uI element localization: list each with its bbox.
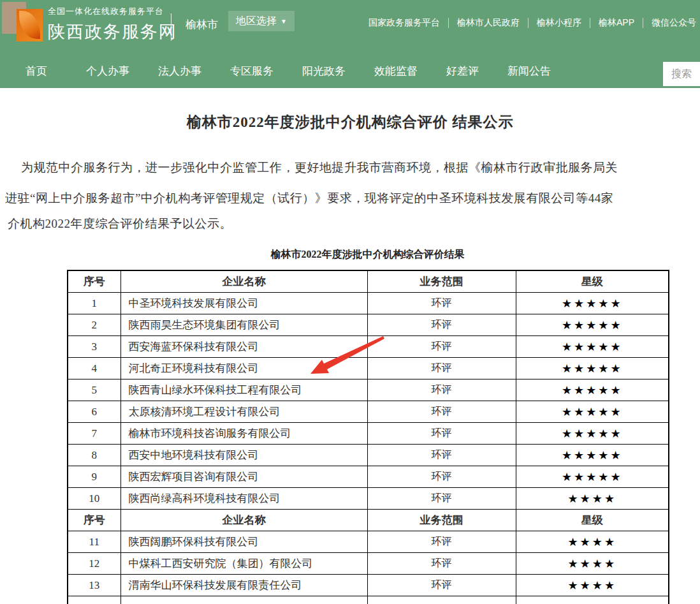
results-table: 序号 企业名称 业务范围 星级 1 中圣环境科技发展有限公司 环评 ★★★★★ … <box>67 270 669 604</box>
star-rating: ★★★★ <box>516 531 669 553</box>
col-header-no: 序号 <box>68 270 120 293</box>
main-nav: 首页 个人办事 法人办事 专区服务 阳光政务 效能监督 好差评 新闻公告 <box>0 54 700 88</box>
row-no: 2 <box>68 314 120 336</box>
table-row: 7 榆林市环境科技咨询服务有限公司 环评 ★★★★★ <box>68 423 669 445</box>
brand-divider <box>171 13 171 41</box>
row-no <box>68 596 120 604</box>
row-no: 6 <box>68 401 120 423</box>
star-rating: ★★★★ <box>516 488 669 510</box>
table-row: 10 陕西尚绿高科环境科技有限公司 环评 ★★★★ <box>68 488 669 510</box>
paragraph-line: 介机构2022年度综合评价结果予以公示。 <box>0 216 700 232</box>
business-scope: 环评 <box>367 575 516 596</box>
star-rating: ★★★★★ <box>516 336 669 358</box>
site-header: 全国一体化在线政务服务平台 陕西政务服务网 榆林市 地区选择▼ 国家政务服务平台… <box>0 0 700 88</box>
region-select-label: 地区选择 <box>236 15 277 26</box>
row-no: 9 <box>68 466 120 488</box>
star-rating: ★★★★★ <box>516 379 669 401</box>
star-rating: ★★★★★ <box>516 293 669 314</box>
link-national-platform[interactable]: 国家政务服务平台 <box>368 17 440 29</box>
header-links: 国家政务服务平台 榆林市人民政府 榆林小程序 榆林APP 微信公众号 注册 <box>368 17 700 29</box>
col-header-stars: 星级 <box>516 510 669 531</box>
link-divider <box>448 18 449 28</box>
site-logo[interactable] <box>2 2 43 41</box>
nav-item-zone-services[interactable]: 专区服务 <box>230 64 273 78</box>
business-scope: 环评 <box>367 358 516 379</box>
business-scope: 环评 <box>367 445 516 466</box>
nav-item-news[interactable]: 新闻公告 <box>507 64 551 78</box>
nav-item-efficiency-supervision[interactable]: 效能监督 <box>374 64 418 78</box>
nav-item-open-government[interactable]: 阳光政务 <box>302 64 346 78</box>
company-name: 西安中地环境科技有限公司 <box>120 445 367 466</box>
row-no: 4 <box>68 358 120 379</box>
business-scope: 环评 <box>367 293 516 314</box>
company-name: 中圣环境科技发展有限公司 <box>120 293 367 314</box>
row-no: 5 <box>68 379 120 401</box>
row-no: 8 <box>68 445 120 466</box>
star-rating: ★★★★★ <box>516 358 669 379</box>
company-name: 渭南华山环保科技发展有限责任公司 <box>120 575 367 596</box>
table-row: 6 太原核清环境工程设计有限公司 环评 ★★★★★ <box>68 401 669 423</box>
table-header-row: 序号 企业名称 业务范围 星级 <box>68 270 669 293</box>
link-wechat-account[interactable]: 微信公众号 <box>652 17 696 29</box>
link-mini-program[interactable]: 榆林小程序 <box>537 17 581 29</box>
nav-item-home[interactable]: 首页 <box>26 64 47 78</box>
table-row: 9 陕西宏辉项目咨询有限公司 环评 ★★★★★ <box>68 466 669 488</box>
caret-down-icon: ▼ <box>281 18 287 25</box>
nav-item-rating[interactable]: 好差评 <box>446 64 479 78</box>
row-no: 12 <box>68 553 120 575</box>
business-scope: 环评 <box>367 531 516 553</box>
table-row <box>68 596 669 604</box>
col-header-company: 企业名称 <box>120 510 367 531</box>
table-row: 3 西安海蓝环保科技有限公司 环评 ★★★★★ <box>68 336 669 358</box>
link-city-government[interactable]: 榆林市人民政府 <box>457 17 520 29</box>
star-rating: ★★★★★ <box>516 314 669 336</box>
business-scope: 环评 <box>367 314 516 336</box>
company-name: 西安海蓝环保科技有限公司 <box>120 336 367 358</box>
brand-text: 全国一体化在线政务服务平台 陕西政务服务网 <box>48 6 177 43</box>
row-no: 1 <box>68 293 120 314</box>
business-scope: 环评 <box>367 553 516 575</box>
star-rating: ★★★★★ <box>516 423 669 445</box>
platform-name: 全国一体化在线政务服务平台 <box>48 6 177 17</box>
company-name: 陕西宏辉项目咨询有限公司 <box>120 466 367 488</box>
star-rating: ★★★★ <box>516 575 669 596</box>
company-name: 陕西阔鹏环保科技有限公司 <box>120 531 367 553</box>
table-row: 2 陕西雨昊生态环境集团有限公司 环评 ★★★★★ <box>68 314 669 336</box>
row-no: 3 <box>68 336 120 358</box>
star-rating: ★★★★★ <box>516 445 669 466</box>
star-rating: ★★★★★ <box>516 466 669 488</box>
page: 全国一体化在线政务服务平台 陕西政务服务网 榆林市 地区选择▼ 国家政务服务平台… <box>0 0 700 604</box>
current-city-label: 榆林市 <box>186 17 218 32</box>
link-divider <box>528 18 529 28</box>
announcement-article: 榆林市2022年度涉批中介机构综合评价 结果公示 为规范中介服务行为，进一步强化… <box>0 112 700 604</box>
link-app[interactable]: 榆林APP <box>599 17 634 29</box>
row-no: 10 <box>68 488 120 510</box>
nav-item-personal[interactable]: 个人办事 <box>86 64 129 78</box>
business-scope <box>367 596 516 604</box>
link-divider <box>590 18 590 28</box>
results-table-wrap: 榆林市2022年度涉批中介机构综合评价结果 序号 企业名称 业务范围 星级 1 … <box>67 248 668 604</box>
row-no: 11 <box>68 531 120 553</box>
star-rating <box>516 596 669 604</box>
table-row: 4 河北奇正环境科技有限公司 环评 ★★★★★ <box>68 358 669 379</box>
table-caption: 榆林市2022年度涉批中介机构综合评价结果 <box>67 248 668 261</box>
col-header-scope: 业务范围 <box>367 510 516 531</box>
company-name: 榆林市环境科技咨询服务有限公司 <box>120 423 367 445</box>
nav-item-legal-person[interactable]: 法人办事 <box>158 64 201 78</box>
col-header-company: 企业名称 <box>120 270 367 293</box>
table-row: 8 西安中地环境科技有限公司 环评 ★★★★★ <box>68 445 669 466</box>
col-header-stars: 星级 <box>516 270 669 293</box>
paragraph-line: 进驻“网上中介服务超市”中介机构考评管理规定（试行）》要求，现将评定的中圣环境科… <box>0 191 700 206</box>
table-row: 13 渭南华山环保科技发展有限责任公司 环评 ★★★★ <box>68 575 669 596</box>
paragraph-line: 为规范中介服务行为，进一步强化中介监管工作，更好地提升我市营商环境，根据《榆林市… <box>0 160 700 175</box>
table-row: 1 中圣环境科技发展有限公司 环评 ★★★★★ <box>68 293 669 314</box>
business-scope: 环评 <box>367 401 516 423</box>
star-rating: ★★★★ <box>516 553 669 575</box>
company-name: 陕西尚绿高科环境科技有限公司 <box>120 488 367 510</box>
header-top-row: 全国一体化在线政务服务平台 陕西政务服务网 榆林市 地区选择▼ 国家政务服务平台… <box>0 0 700 54</box>
page-title: 榆林市2022年度涉批中介机构综合评价 结果公示 <box>0 112 700 132</box>
search-input[interactable] <box>663 62 700 86</box>
table-header-row: 序号 企业名称 业务范围 星级 <box>68 510 669 531</box>
region-select-button[interactable]: 地区选择▼ <box>228 11 295 31</box>
site-name: 陕西政务服务网 <box>48 20 177 43</box>
